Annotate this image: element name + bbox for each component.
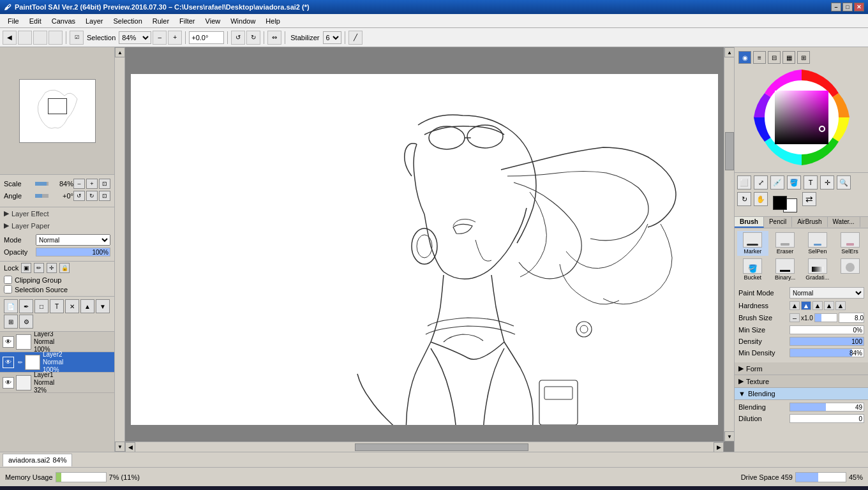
tab-brush[interactable]: Brush [735,217,764,228]
menu-file[interactable]: File [3,16,24,26]
color-wheel-container[interactable] [751,66,853,168]
canvas-vscrollbar-left[interactable]: ▲ ▼ [115,47,125,452]
rotation-input[interactable] [189,31,224,44]
vscroll-down[interactable]: ▼ [724,431,734,442]
layer3-visibility[interactable]: 👁 [3,336,14,348]
clipping-group-checkbox[interactable] [4,276,12,284]
new-text-layer[interactable]: T [50,299,64,313]
text-tool[interactable]: T [804,175,818,189]
lock-all[interactable]: 🔒 [59,263,70,273]
brush-gradati[interactable]: Gradati... [802,257,834,282]
hardness-5[interactable]: ▲ [835,301,846,310]
line-tool-button[interactable]: ╱ [348,31,363,45]
color-slider2-mode[interactable]: ⊟ [768,51,781,64]
angle-cw[interactable]: ↺ [73,191,85,201]
layer-item-layer1[interactable]: 👁 Layer1 Normal 32% [0,373,114,393]
app5-button[interactable]: 📦 [317,487,340,490]
delete-layer[interactable]: ✕ [65,299,79,313]
selection-source-checkbox[interactable] [4,285,12,293]
brush-extra[interactable] [834,257,865,282]
zoom-out-button[interactable]: – [153,31,167,45]
new-raster-layer[interactable]: 📄 [4,299,18,313]
foreground-color[interactable] [773,196,787,210]
blending-bar[interactable]: 49 [789,403,864,412]
lock-paint[interactable]: ✏ [34,263,44,273]
layer-paper-toggle[interactable]: ▶ Layer Paper [0,219,114,232]
canvas-area[interactable]: ▲ ▼ [115,47,734,452]
hardness-2[interactable]: ▲ [801,301,811,310]
menu-edit[interactable]: Edit [24,16,47,26]
hscroll-right[interactable]: ▶ [714,442,724,452]
brush-bucket[interactable]: 🪣 Bucket [737,257,768,282]
menu-ruler[interactable]: Ruler [147,16,174,26]
zoom-in-button[interactable]: + [168,31,182,45]
hardness-4[interactable]: ▲ [824,301,834,310]
menu-filter[interactable]: Filter [174,16,200,26]
menu-layer[interactable]: Layer [80,16,108,26]
file-explorer-button[interactable] [236,487,259,490]
scale-decrease[interactable]: – [73,179,85,189]
min-size-bar[interactable]: 0% [789,325,864,334]
minimize-button[interactable]: – [831,3,841,11]
opacity-bar[interactable]: 100% [36,248,110,256]
rotation-reset[interactable]: ↺ [231,31,245,45]
app7-button[interactable]: ⚡ [370,487,393,490]
menu-canvas[interactable]: Canvas [47,16,80,26]
layer2-visibility[interactable]: 👁 [3,357,14,368]
toolbar-btn1[interactable] [18,31,32,45]
selection-rect-tool[interactable]: ⬜ [737,175,751,189]
vscroll-thumb[interactable] [725,132,734,170]
chrome-button[interactable] [263,487,286,490]
color-palette-mode[interactable]: ▦ [782,51,795,64]
color-slider-mode[interactable]: ≡ [753,51,766,64]
flip-button[interactable]: ⇔ [267,31,281,45]
brush-size-input[interactable] [839,313,864,323]
move-layer-up[interactable]: ▲ [80,299,94,313]
toolbar-back-button[interactable]: ◀ [3,31,17,45]
brush-size-bar[interactable] [814,313,837,322]
layer-effect-toggle[interactable]: ▶ Layer Effect [0,207,114,219]
brush-size-decrease[interactable]: – [789,313,800,322]
angle-ccw[interactable]: ↻ [86,191,98,201]
layer-item-layer2[interactable]: 👁 ✏ Layer2 Normal 100% [0,352,114,373]
scale-reset[interactable]: ⊡ [99,179,110,189]
fill-tool[interactable]: 🪣 [787,175,801,189]
layer-item-layer3[interactable]: 👁 Layer3 Normal 100% [0,332,114,352]
angle-reset[interactable]: ⊡ [99,191,110,201]
canvas-drawing-area[interactable] [131,74,718,425]
tab-pencil[interactable]: Pencil [764,217,792,228]
menu-view[interactable]: View [200,16,226,26]
tab-water[interactable]: Water... [828,217,860,228]
scale-increase[interactable]: + [86,179,98,189]
canvas-vscrollbar-right[interactable]: ▲ ▼ [724,47,734,442]
eyedropper-tool[interactable]: 💉 [770,175,784,189]
brush-normal[interactable]: Marker [737,231,768,256]
brush-eraser[interactable]: Eraser [770,231,801,256]
hardness-3[interactable]: ▲ [812,301,823,310]
menu-window[interactable]: Window [225,16,260,26]
texture-section-header[interactable]: ▶ Texture [735,375,868,388]
scroll-up-btn[interactable]: ▲ [115,47,125,57]
merge-layer[interactable]: ⊞ [4,315,18,329]
toolbar-btn3[interactable] [49,31,63,45]
vscroll-up[interactable]: ▲ [724,47,734,57]
brush-selers[interactable]: SelErs [834,231,865,256]
form-section-header[interactable]: ▶ Form [735,362,868,375]
blending-section-header[interactable]: ▼ Blending [735,388,868,400]
layer-settings[interactable]: ⚙ [19,315,33,329]
new-mask-layer[interactable]: □ [34,299,49,313]
photoshop-button[interactable]: Ps [290,487,313,490]
color-wheel-mode[interactable]: ◉ [738,51,751,64]
move-layer-down[interactable]: ▼ [96,299,110,313]
menu-selection[interactable]: Selection [108,16,147,26]
hscroll-left[interactable]: ◀ [125,442,135,452]
toolbar-btn2[interactable] [33,31,47,45]
mode-select[interactable]: Normal Multiply Screen [36,234,110,246]
layer1-visibility[interactable]: 👁 [3,377,14,389]
paint-mode-select[interactable]: Normal Multiply [789,287,864,299]
density-bar[interactable]: 100 [789,337,864,346]
lock-transparency[interactable]: ▣ [21,263,31,273]
swap-colors[interactable]: ⇄ [802,192,816,206]
zoom-tool[interactable]: 🔍 [837,175,851,189]
maximize-button[interactable]: □ [842,3,853,11]
